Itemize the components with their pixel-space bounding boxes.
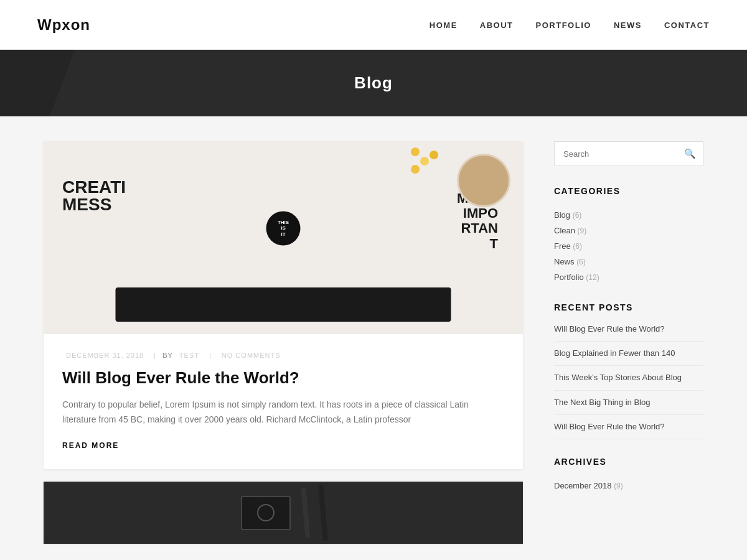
- category-item: News (6): [554, 254, 703, 269]
- flower-4: [411, 165, 420, 174]
- category-count: (6): [573, 242, 582, 251]
- archive-link[interactable]: December 2018 (9): [554, 481, 623, 490]
- post-comments: NO COMMENTS: [222, 352, 281, 359]
- categories-title: CATEGORIES: [554, 186, 703, 196]
- read-more-1[interactable]: READ MORE: [62, 441, 119, 451]
- blog-card-1: CREATIMESS MOREIMPORTANT THISISIT DECEMB…: [44, 141, 523, 469]
- meta-separator-2: |: [209, 352, 212, 359]
- nav-item-about[interactable]: ABOUT: [480, 19, 514, 30]
- nav-item-portfolio[interactable]: PORTFOLIO: [536, 19, 591, 30]
- post-author: TEST: [179, 352, 199, 359]
- archives-title: ARCHIVES: [554, 457, 703, 467]
- archives-section: ARCHIVES December 2018 (9): [554, 457, 703, 493]
- blog-card-body-1: DECEMBER 31, 2018 | BY TEST | NO COMMENT…: [44, 334, 523, 469]
- img-text-creative: CREATIMESS: [62, 179, 126, 213]
- flower-1: [411, 147, 420, 156]
- category-link[interactable]: Portfolio (12): [554, 273, 599, 282]
- recent-post-item: Blog Explained in Fewer than 140: [554, 342, 703, 366]
- categories-section: CATEGORIES Blog (6)Clean (9)Free (6)News…: [554, 186, 703, 285]
- category-item: Portfolio (12): [554, 269, 703, 285]
- blog-card-image-1: CREATIMESS MOREIMPORTANT THISISIT: [44, 141, 523, 334]
- hero-title: Blog: [0, 73, 747, 93]
- meta-separator-1: |: [154, 352, 156, 359]
- category-link[interactable]: Free (6): [554, 241, 582, 251]
- nav-link-news[interactable]: NEWS: [614, 21, 642, 30]
- blog-meta-1: DECEMBER 31, 2018 | BY TEST | NO COMMENT…: [62, 352, 504, 359]
- nav-link-contact[interactable]: CONTACT: [664, 21, 710, 30]
- site-logo[interactable]: Wpxon: [37, 16, 90, 34]
- category-count: (9): [578, 226, 587, 235]
- wallet-icon: [241, 496, 291, 530]
- archive-count: (9): [614, 482, 623, 490]
- category-link[interactable]: Clean (9): [554, 226, 586, 235]
- category-item: Clean (9): [554, 223, 703, 238]
- blog-card-image-2: [44, 482, 523, 544]
- content-area: CREATIMESS MOREIMPORTANT THISISIT DECEMB…: [44, 141, 523, 544]
- recent-post-link[interactable]: Blog Explained in Fewer than 140: [554, 348, 675, 358]
- nav-link-portfolio[interactable]: PORTFOLIO: [536, 21, 591, 30]
- nav-item-news[interactable]: NEWS: [614, 19, 642, 30]
- keyboard-image: CREATIMESS MOREIMPORTANT THISISIT: [44, 141, 523, 334]
- recent-post-link[interactable]: This Week's Top Stories About Blog: [554, 373, 682, 382]
- recent-post-item: Will Blog Ever Rule the World?: [554, 415, 703, 439]
- site-header: Wpxon HOMEABOUTPORTFOLIONEWSCONTACT: [0, 0, 747, 50]
- recent-posts-title: RECENT POSTS: [554, 302, 703, 312]
- nav-link-about[interactable]: ABOUT: [480, 21, 514, 30]
- main-nav: HOMEABOUTPORTFOLIONEWSCONTACT: [430, 19, 710, 30]
- nav-item-home[interactable]: HOME: [430, 19, 458, 30]
- pen-icon-2: [318, 485, 328, 541]
- archives-list: December 2018 (9): [554, 478, 703, 493]
- hero-banner: Blog: [0, 50, 747, 116]
- flower-3: [430, 151, 438, 159]
- archive-item: December 2018 (9): [554, 478, 703, 493]
- search-input[interactable]: [555, 143, 677, 165]
- recent-posts-list: Will Blog Ever Rule the World?Blog Expla…: [554, 324, 703, 439]
- recent-post-link[interactable]: The Next Big Thing in Blog: [554, 398, 650, 407]
- img-circle-badge: THISISIT: [266, 211, 301, 245]
- pen-icon: [301, 488, 311, 538]
- recent-post-item: The Next Big Thing in Blog: [554, 391, 703, 415]
- post-title-1: Will Blog Ever Rule the World?: [62, 368, 504, 389]
- search-button[interactable]: 🔍: [677, 142, 703, 166]
- flowers-decor: [405, 147, 442, 179]
- partial-img-content: [44, 482, 523, 544]
- sidebar: 🔍 CATEGORIES Blog (6)Clean (9)Free (6)Ne…: [554, 141, 703, 511]
- blog-card-2: [44, 482, 523, 544]
- search-icon: 🔍: [684, 148, 696, 159]
- category-link[interactable]: Blog (6): [554, 210, 581, 220]
- category-item: Blog (6): [554, 207, 703, 223]
- flower-2: [420, 157, 429, 166]
- category-count: (12): [586, 273, 599, 282]
- post-excerpt-1: Contrary to popular belief, Lorem Ipsum …: [62, 398, 504, 427]
- img-text-more: MOREIMPORTANT: [457, 191, 498, 251]
- category-count: (6): [573, 211, 582, 220]
- categories-list: Blog (6)Clean (9)Free (6)News (6)Portfol…: [554, 207, 703, 285]
- main-container: CREATIMESS MOREIMPORTANT THISISIT DECEMB…: [31, 116, 716, 560]
- category-link[interactable]: News (6): [554, 257, 586, 266]
- recent-post-item: Will Blog Ever Rule the World?: [554, 324, 703, 342]
- recent-post-item: This Week's Top Stories About Blog: [554, 366, 703, 390]
- category-count: (6): [576, 258, 586, 266]
- nav-link-home[interactable]: HOME: [430, 21, 458, 30]
- recent-post-link[interactable]: Will Blog Ever Rule the World?: [554, 324, 665, 334]
- nav-item-contact[interactable]: CONTACT: [664, 19, 710, 30]
- post-date: DECEMBER 31, 2018: [66, 352, 144, 359]
- search-box[interactable]: 🔍: [554, 141, 703, 166]
- recent-post-link[interactable]: Will Blog Ever Rule the World?: [554, 422, 665, 431]
- recent-posts-section: RECENT POSTS Will Blog Ever Rule the Wor…: [554, 302, 703, 439]
- category-item: Free (6): [554, 238, 703, 254]
